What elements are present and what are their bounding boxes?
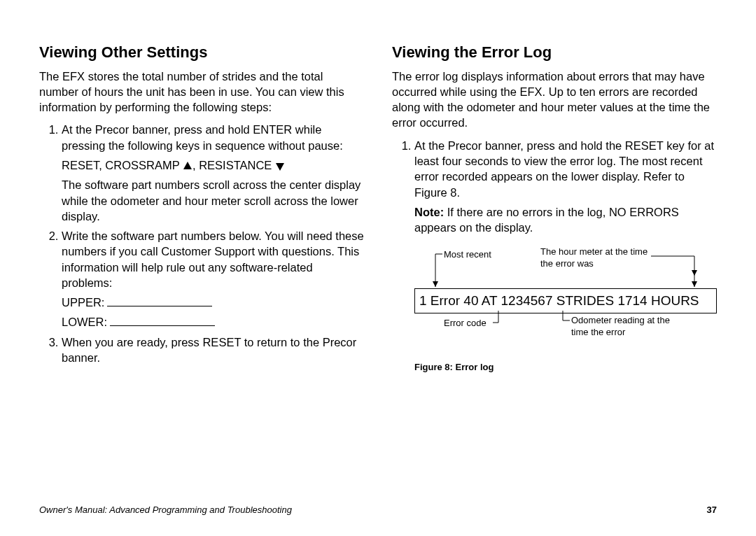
page-footer: Owner's Manual: Advanced Programming and…	[39, 505, 717, 515]
resistance-down-icon	[276, 163, 284, 171]
keyseq-part-a: RESET, CROSSRAMP	[62, 159, 183, 171]
heading-error-log: Viewing the Error Log	[392, 42, 717, 63]
right-step1-text: At the Precor banner, press and hold the…	[414, 139, 714, 199]
figure-caption: Figure 8: Error log	[414, 361, 493, 374]
right-column: Viewing the Error Log The error log disp…	[392, 42, 717, 381]
keyseq-part-b: , RESISTANCE	[192, 159, 275, 171]
note-label: Note:	[414, 206, 444, 218]
error-display-bar: 1 Error 40 AT 1234567 STRIDES 1714 HOURS	[414, 288, 717, 313]
upper-label: UPPER:	[62, 296, 104, 309]
step-1: At the Precor banner, press and hold ENT…	[62, 122, 364, 224]
callout-error-code: Error code	[444, 318, 500, 329]
steps-right: At the Precor banner, press and hold the…	[392, 138, 717, 377]
lower-field: LOWER:	[62, 314, 364, 330]
callout-odometer: Odometer reading at the time the error	[571, 315, 676, 338]
step2-text: Write the software part numbers below. Y…	[62, 230, 364, 289]
step-2: Write the software part numbers below. Y…	[62, 228, 364, 330]
upper-field: UPPER:	[62, 295, 364, 310]
figure-8: Most recent The hour meter at the time t…	[414, 244, 717, 376]
intro-right: The error log displays information about…	[392, 69, 717, 131]
heading-other-settings: Viewing Other Settings	[39, 42, 364, 63]
upper-blank	[107, 306, 212, 306]
svg-marker-1	[692, 270, 697, 276]
lower-blank	[110, 325, 215, 326]
note-body: If there are no errors in the log, NO ER…	[414, 206, 679, 234]
right-step-1: At the Precor banner, press and hold the…	[414, 138, 717, 377]
svg-marker-3	[692, 281, 697, 287]
callout-hour-meter: The hour meter at the time the error was	[540, 246, 649, 269]
footer-title: Owner's Manual: Advanced Programming and…	[39, 505, 292, 515]
callout-most-recent: Most recent	[444, 249, 500, 260]
key-sequence: RESET, CROSSRAMP , RESISTANCE	[62, 157, 364, 173]
step1-line2: The software part numbers scroll across …	[62, 177, 364, 224]
step-3: When you are ready, press RESET to retur…	[62, 334, 364, 366]
page-number: 37	[707, 505, 717, 515]
svg-marker-0	[433, 281, 438, 287]
crossramp-up-icon	[183, 162, 192, 169]
step1-line1: At the Precor banner, press and hold ENT…	[62, 123, 343, 151]
left-column: Viewing Other Settings The EFX stores th…	[39, 42, 364, 381]
lower-label: LOWER:	[62, 316, 107, 328]
intro-left: The EFX stores the total number of strid…	[39, 69, 364, 115]
note-block: Note: If there are no errors in the log,…	[414, 204, 717, 236]
steps-left: At the Precor banner, press and hold ENT…	[39, 122, 364, 365]
